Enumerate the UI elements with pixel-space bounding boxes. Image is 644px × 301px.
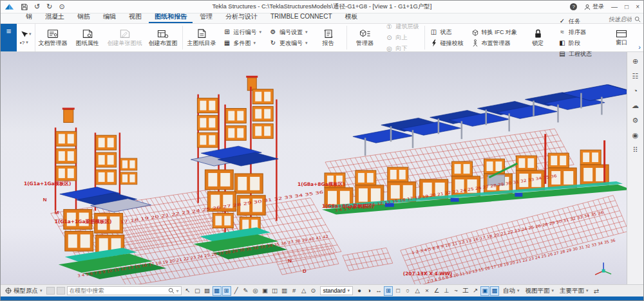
layout-manager-button[interactable]: 布置管理器 xyxy=(469,39,520,48)
side-camera-icon[interactable]: ◉ xyxy=(629,129,642,141)
select-cursor-icon[interactable]: ↖ xyxy=(184,286,193,296)
snap-extension-icon[interactable]: ↔ xyxy=(374,286,383,296)
minimize-button[interactable]: — xyxy=(611,3,618,10)
select-drawing-icon[interactable]: ✎ xyxy=(242,286,251,296)
side-settings-icon[interactable]: ⚙ xyxy=(629,114,642,127)
select-mesh-icon[interactable]: # xyxy=(290,286,299,296)
master-drawing-catalog-icon xyxy=(195,28,208,39)
snap-beam-icon[interactable]: 工 xyxy=(461,286,470,296)
snap-intersection-icon[interactable]: × xyxy=(422,286,431,296)
phases-button[interactable]: ◧阶段 xyxy=(556,39,594,48)
multi-drawing-button[interactable]: ▦多件图▾ xyxy=(222,39,264,48)
drawing-properties-icon xyxy=(81,28,94,39)
search-options-icon[interactable]: ▾ xyxy=(176,288,179,294)
login-button[interactable]: 登录 xyxy=(584,3,604,11)
select-filter-button[interactable]: ▪?▾ xyxy=(20,40,32,46)
pan-toggle-icon[interactable]: ⇄ xyxy=(594,287,599,295)
select-points-icon[interactable]: ◎ xyxy=(251,286,260,296)
search-icon[interactable] xyxy=(168,287,175,294)
building-hierarchy-button[interactable]: ①建筑层级 xyxy=(384,22,421,32)
snap-triangle-icon[interactable]: △ xyxy=(413,286,422,296)
convert-ifc-button[interactable]: 转换 IFC 对象 xyxy=(469,28,520,37)
save-icon[interactable] xyxy=(21,3,28,10)
drawing-properties-button[interactable]: 图纸属性 xyxy=(71,24,104,51)
help-icon[interactable]: ? xyxy=(570,3,577,10)
select-bolts-icon[interactable]: ⊙ xyxy=(309,286,318,296)
organizer-button[interactable]: 管理器 xyxy=(348,24,382,51)
quick-access-menu-icon[interactable]: ⊙ xyxy=(59,3,64,10)
master-drawing-catalog-button[interactable]: 主图纸目录 xyxy=(184,24,220,51)
mini-toolbar-button-2[interactable] xyxy=(57,287,65,295)
tab-concrete[interactable]: 混凝土 xyxy=(39,12,70,23)
sequencer-button[interactable]: ≈排序器 xyxy=(556,28,594,37)
tasks-button[interactable]: ✓任务 xyxy=(556,17,594,26)
snap-diagonal-icon[interactable]: ↗ xyxy=(471,286,480,296)
create-single-drawing-icon xyxy=(118,28,131,39)
status-button[interactable]: ◫状态 xyxy=(428,28,466,37)
work-plane-dropdown[interactable]: 主要平面▾ xyxy=(558,287,591,295)
tab-rebar[interactable]: 钢筋 xyxy=(71,12,96,23)
maximize-button[interactable]: □ xyxy=(625,3,629,10)
select-parts-icon[interactable]: ▤ xyxy=(203,286,212,296)
numbering-settings-button[interactable]: ⚙编号设置▾ xyxy=(267,28,310,37)
ribbon-expand-chevron[interactable]: › xyxy=(638,43,641,51)
hierarchy-down-button[interactable]: ◎向下 xyxy=(384,44,421,53)
snap-circle-icon[interactable]: ○ xyxy=(403,286,412,296)
model-search-input[interactable] xyxy=(70,287,166,294)
select-rebar-icon[interactable]: ▥ xyxy=(280,286,289,296)
clash-check-button[interactable]: 碰撞校核 xyxy=(428,39,466,48)
select-area-icon[interactable]: ▢ xyxy=(193,286,202,296)
change-numbering-button[interactable]: ↻更改编号▾ xyxy=(267,39,310,48)
undo-icon[interactable]: ↺ xyxy=(34,3,40,10)
tab-view[interactable]: 视图 xyxy=(123,12,147,23)
snap-curve-icon[interactable]: ~ xyxy=(451,286,460,296)
snap-grid-icon[interactable]: ⊞ xyxy=(384,286,393,296)
project-status-button[interactable]: ▤工程状态 xyxy=(556,50,594,59)
document-manager-button[interactable]: 文档管理器 xyxy=(35,24,71,51)
selection-mode-dropdown[interactable]: standard▾ xyxy=(320,286,354,295)
create-ga-drawing-button[interactable]: 创建布置图 xyxy=(146,24,181,51)
snap-box-icon[interactable]: ▣ xyxy=(480,286,489,296)
select-welds-icon[interactable]: △ xyxy=(299,286,308,296)
side-panels-icon[interactable]: ☷ xyxy=(629,69,642,82)
side-clock-icon[interactable]: ◔ xyxy=(629,84,642,97)
document-manager-icon xyxy=(46,28,59,39)
perform-numbering-button[interactable]: ⊞运行编号▾ xyxy=(222,28,264,37)
tab-edit[interactable]: 编辑 xyxy=(97,12,122,23)
window-button[interactable]: 窗口 xyxy=(605,28,638,48)
select-assemblies-icon[interactable]: ⊞ xyxy=(222,286,231,296)
side-apps-icon[interactable]: ⠿ xyxy=(629,143,642,156)
select-tool-button[interactable]: ▾ xyxy=(20,30,32,38)
side-move-icon[interactable]: ⊕ xyxy=(629,55,642,68)
snap-angle-icon[interactable]: ∠ xyxy=(432,286,441,296)
mini-toolbar-button-1[interactable] xyxy=(46,287,55,295)
view-plane-dropdown[interactable]: 视图平面▾ xyxy=(524,287,556,295)
create-single-drawing-button[interactable]: 创建单张图纸 xyxy=(104,24,146,51)
lock-button[interactable]: 锁定 xyxy=(521,24,554,51)
snap-perpendicular-icon[interactable]: ⊥ xyxy=(442,286,451,296)
reports-button[interactable]: 报告 xyxy=(312,24,345,51)
select-lines-icon[interactable]: ╱ xyxy=(232,286,241,296)
grid-letter-label: D xyxy=(303,268,307,274)
tab-manage[interactable]: 管理 xyxy=(194,12,218,23)
select-components-icon[interactable]: ▦ xyxy=(213,286,222,296)
select-views-icon[interactable]: ◫ xyxy=(270,286,279,296)
file-menu-button[interactable]: ≡ xyxy=(1,24,17,51)
hierarchy-up-button[interactable]: ⊙向上 xyxy=(384,33,421,42)
tab-analysis-design[interactable]: 分析与设计 xyxy=(220,12,263,23)
snap-points-icon[interactable]: ● xyxy=(355,286,364,296)
model-origin-dropdown[interactable]: 模型原点▾ xyxy=(3,287,44,295)
close-button[interactable]: × xyxy=(636,3,639,10)
snap-mesh-icon[interactable]: ▩ xyxy=(490,286,499,296)
tab-formwork[interactable]: 模板 xyxy=(339,12,364,23)
tab-drawings-reports[interactable]: 图纸和报告 xyxy=(149,12,193,23)
tab-steel[interactable]: 钢 xyxy=(20,12,38,23)
side-cloud-icon[interactable]: ☁ xyxy=(629,99,642,112)
model-view-3d[interactable]: 17 18 19 20 21 22 23 24 25 26 27 28 29 3… xyxy=(1,52,627,284)
select-grids-icon[interactable]: ▣ xyxy=(261,286,270,296)
snap-corner-icon[interactable]: □ xyxy=(393,286,402,296)
snap-midpoint-icon[interactable]: ◑ xyxy=(365,286,374,296)
auto-dropdown[interactable]: 自动▾ xyxy=(501,287,522,295)
redo-icon[interactable]: ↻ xyxy=(46,3,52,10)
tab-trimble-connect[interactable]: TRIMBLE CONNECT xyxy=(265,12,338,23)
